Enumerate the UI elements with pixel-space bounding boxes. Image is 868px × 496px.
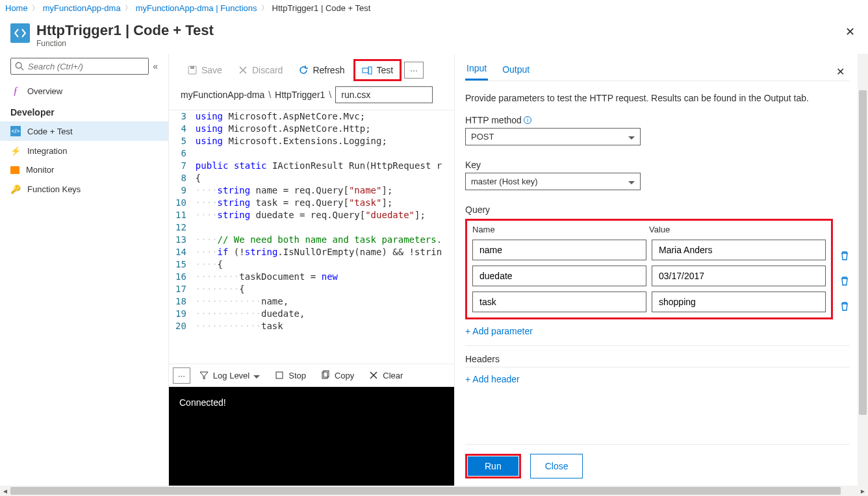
- save-icon: [187, 65, 198, 75]
- query-name-input[interactable]: [472, 266, 646, 286]
- svg-rect-6: [276, 372, 283, 378]
- breadcrumb-app[interactable]: myFunctionApp-dma: [43, 3, 121, 13]
- headers-section-label: Headers: [465, 354, 850, 364]
- key-label: Key: [465, 160, 850, 170]
- test-icon: [362, 65, 372, 75]
- code-editor[interactable]: 34567891011121314151617181920 using Micr…: [169, 110, 454, 364]
- tab-output[interactable]: Output: [501, 64, 531, 80]
- add-parameter-link[interactable]: + Add parameter: [465, 323, 533, 345]
- toolbar: Save Discard Refresh Test ···: [169, 54, 454, 86]
- svg-rect-3: [190, 66, 194, 69]
- code-content[interactable]: using Microsoft.AspNetCore.Mvc;using Mic…: [196, 110, 442, 332]
- log-level-button[interactable]: Log Level: [193, 367, 266, 384]
- sidebar-item-integration[interactable]: ⚡ Integration: [0, 141, 168, 160]
- query-value-input[interactable]: [652, 240, 826, 260]
- refresh-icon: [298, 65, 309, 75]
- panel-hint: Provide parameters to test the HTTP requ…: [465, 93, 850, 103]
- horizontal-scrollbar[interactable]: ◄►: [0, 486, 868, 496]
- http-method-select[interactable]: POST: [465, 128, 641, 145]
- discard-button[interactable]: Discard: [231, 61, 289, 79]
- code-brackets-icon: [10, 23, 30, 43]
- query-name-input[interactable]: [472, 291, 646, 312]
- search-input-wrap[interactable]: [10, 58, 149, 75]
- stop-icon: [274, 370, 285, 380]
- query-value-input[interactable]: [652, 291, 826, 312]
- close-blade-button[interactable]: ✕: [843, 22, 858, 42]
- query-col-name: Name: [472, 225, 649, 234]
- delete-row-button[interactable]: [839, 301, 850, 314]
- breadcrumb-home[interactable]: Home: [5, 3, 28, 13]
- search-input[interactable]: [28, 62, 144, 71]
- save-button[interactable]: Save: [181, 61, 229, 79]
- http-method-label: HTTP methodi: [465, 115, 850, 125]
- bolt-icon: ⚡: [10, 145, 21, 156]
- log-toolbar: ··· Log Level Stop Copy Clear: [169, 364, 454, 387]
- breadcrumb: Home〉 myFunctionApp-dma〉 myFunctionApp-d…: [0, 0, 868, 16]
- code-icon: </>: [10, 126, 21, 136]
- stop-button[interactable]: Stop: [268, 367, 312, 384]
- query-section-label: Query: [465, 205, 850, 215]
- line-gutter: 34567891011121314151617181920: [169, 110, 196, 332]
- panel-footer: Run Close: [465, 444, 850, 488]
- expand-logs-button[interactable]: ···: [173, 367, 190, 384]
- clear-button[interactable]: Clear: [363, 367, 409, 384]
- page-header: HttpTrigger1 | Code + Test Function ✕: [0, 16, 868, 54]
- query-value-input[interactable]: [652, 266, 826, 286]
- collapse-sidebar-button[interactable]: «: [153, 61, 158, 71]
- path-function: HttpTrigger1: [275, 90, 325, 100]
- breadcrumb-functions[interactable]: myFunctionApp-dma | Functions: [136, 3, 257, 13]
- query-col-value: Value: [649, 225, 826, 234]
- test-panel: Input Output ✕ Provide parameters to tes…: [455, 54, 868, 488]
- filter-icon: [199, 370, 209, 380]
- sidebar: « ƒ Overview Developer </> Code + Test ⚡…: [0, 54, 169, 488]
- function-icon: ƒ: [10, 86, 21, 96]
- close-button[interactable]: Close: [530, 454, 583, 478]
- panel-scrollbar[interactable]: [858, 54, 868, 488]
- monitor-icon: [10, 166, 19, 174]
- svg-rect-5: [368, 67, 372, 74]
- center-column: Save Discard Refresh Test ··· myFunction…: [169, 54, 455, 488]
- sidebar-group-developer: Developer: [0, 101, 168, 121]
- path-app: myFunctionApp-dma: [181, 90, 264, 100]
- clear-icon: [368, 370, 379, 380]
- sidebar-item-overview[interactable]: ƒ Overview: [0, 81, 168, 101]
- chevron-down-icon: [628, 132, 635, 142]
- refresh-button[interactable]: Refresh: [292, 61, 351, 79]
- delete-row-button[interactable]: [839, 251, 850, 263]
- sidebar-item-function-keys[interactable]: 🔑 Function Keys: [0, 179, 168, 199]
- copy-button[interactable]: Copy: [314, 367, 360, 384]
- svg-point-0: [16, 62, 21, 68]
- page-title: HttpTrigger1 | Code + Test: [36, 22, 214, 39]
- svg-rect-4: [363, 68, 368, 73]
- close-panel-button[interactable]: ✕: [836, 66, 850, 78]
- breadcrumb-current: HttpTrigger1 | Code + Test: [272, 3, 371, 13]
- page-subtitle: Function: [36, 39, 214, 48]
- chevron-down-icon: [253, 371, 260, 380]
- sidebar-item-monitor[interactable]: Monitor: [0, 160, 168, 179]
- run-button[interactable]: Run: [468, 456, 518, 476]
- tab-input[interactable]: Input: [465, 63, 488, 81]
- discard-icon: [238, 65, 248, 75]
- chevron-down-icon: [628, 177, 635, 186]
- key-icon: 🔑: [10, 184, 21, 194]
- info-icon[interactable]: i: [524, 116, 531, 124]
- search-icon: [15, 62, 24, 71]
- delete-row-button[interactable]: [839, 276, 850, 288]
- more-button[interactable]: ···: [404, 62, 424, 79]
- sidebar-item-code-test[interactable]: </> Code + Test: [0, 121, 168, 141]
- query-name-input[interactable]: [472, 240, 646, 260]
- svg-line-1: [21, 68, 23, 70]
- file-select[interactable]: run.csx: [335, 86, 433, 103]
- console-output: Connected!: [169, 387, 454, 488]
- path-bar: myFunctionApp-dma \ HttpTrigger1 \ run.c…: [169, 86, 454, 110]
- test-button[interactable]: Test: [353, 59, 402, 81]
- key-select[interactable]: master (Host key): [465, 173, 641, 190]
- copy-icon: [320, 370, 331, 380]
- add-header-link[interactable]: + Add header: [465, 371, 520, 387]
